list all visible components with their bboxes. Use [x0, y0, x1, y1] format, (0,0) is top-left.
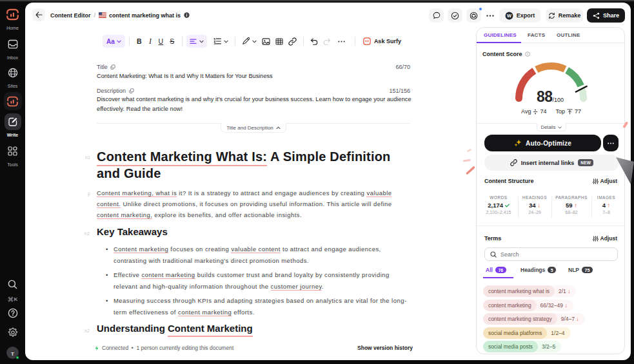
svg-text:W: W — [507, 13, 511, 19]
